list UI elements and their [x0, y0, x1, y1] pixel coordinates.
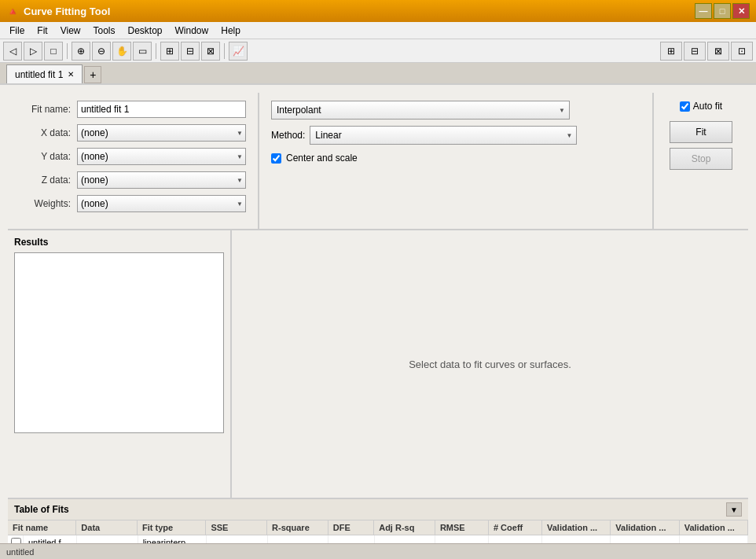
- col-sse: SSE: [206, 520, 267, 535]
- minimize-button[interactable]: —: [695, 3, 712, 19]
- autofit-label[interactable]: Auto fit: [693, 101, 722, 112]
- toolbar-sep2: [156, 43, 156, 59]
- results-box: [14, 252, 224, 433]
- fit-button[interactable]: Fit: [670, 121, 732, 143]
- table-collapse-button[interactable]: ▼: [726, 502, 742, 517]
- toolbar-zoom-minus-btn[interactable]: ⊖: [92, 42, 111, 61]
- toolbar-sep3: [224, 43, 225, 59]
- toolbar-zoom-plus-btn[interactable]: ⊕: [72, 42, 90, 61]
- autofit-checkbox[interactable]: [680, 101, 690, 112]
- plot-area: Select data to fit curves or surfaces.: [232, 230, 748, 498]
- col-data: Data: [76, 520, 138, 535]
- toolbar-fwd-btn[interactable]: ▷: [24, 42, 42, 61]
- col-dfe: DFE: [328, 520, 374, 535]
- title-bar-title: Curve Fitting Tool: [24, 6, 110, 17]
- menu-tools[interactable]: Tools: [86, 24, 121, 38]
- toolbar-grid1-btn[interactable]: ⊞: [160, 42, 179, 61]
- autofit-row: Auto fit: [680, 101, 722, 112]
- y-data-select[interactable]: (none): [77, 148, 246, 165]
- right-config: Auto fit Fit Stop: [654, 93, 748, 229]
- top-panel: Fit name: X data: (none) Y data: (none): [8, 93, 748, 230]
- x-data-row: X data: (none): [20, 124, 246, 142]
- x-data-select[interactable]: (none): [77, 124, 246, 142]
- center-scale-row: Center and scale: [271, 153, 640, 164]
- menu-window[interactable]: Window: [169, 24, 215, 38]
- middle-config: Interpolant Polynomial Smoothing Spline …: [259, 93, 654, 229]
- maximize-button[interactable]: □: [714, 3, 731, 19]
- toolbar-layout4-btn[interactable]: ⊡: [731, 42, 753, 61]
- menu-bar: File Fit View Tools Desktop Window Help: [0, 22, 756, 39]
- z-data-select[interactable]: (none): [77, 171, 246, 189]
- toolbar-new-btn[interactable]: □: [44, 42, 63, 61]
- weights-select-wrapper: (none): [77, 195, 246, 212]
- col-val3: Validation ...: [680, 520, 748, 535]
- title-bar: 🔺 Curve Fitting Tool — □ ✕: [0, 0, 756, 22]
- y-data-select-wrapper: (none): [77, 148, 246, 165]
- menu-desktop[interactable]: Desktop: [122, 24, 169, 38]
- menu-fit[interactable]: Fit: [31, 24, 53, 38]
- col-fit-name[interactable]: Fit name: [8, 520, 76, 535]
- tab-untitled-fit-1[interactable]: untitled fit 1 ✕: [6, 64, 83, 83]
- interpolant-type-select[interactable]: Interpolant Polynomial Smoothing Spline …: [271, 101, 570, 120]
- col-val2: Validation ...: [611, 520, 679, 535]
- method-select-wrapper: Linear Nearest neighbor Natural Cubic Bi…: [310, 126, 577, 145]
- toolbar-sep1: [67, 43, 68, 59]
- table-header: Table of Fits ▼: [8, 499, 748, 520]
- method-select[interactable]: Linear Nearest neighbor Natural Cubic Bi…: [310, 126, 577, 145]
- status-bar: untitled: [0, 543, 756, 559]
- col-adj-rsq: Adj R-sq: [374, 520, 435, 535]
- toolbar-plot-btn[interactable]: 📈: [229, 42, 248, 61]
- table-title: Table of Fits: [14, 504, 69, 515]
- bottom-section: Results Select data to fit curves or sur…: [8, 230, 748, 498]
- toolbar-layout2-btn[interactable]: ⊟: [684, 42, 706, 61]
- menu-view[interactable]: View: [54, 24, 87, 38]
- toolbar-select-btn[interactable]: ▭: [133, 42, 152, 61]
- center-scale-label[interactable]: Center and scale: [286, 153, 358, 164]
- title-bar-icon: 🔺: [6, 5, 19, 17]
- toolbar-grid2-btn[interactable]: ⊟: [181, 42, 200, 61]
- col-coeff: # Coeff: [489, 520, 542, 535]
- status-text: untitled: [6, 547, 34, 557]
- z-data-row: Z data: (none): [20, 171, 246, 189]
- z-data-label: Z data:: [20, 175, 71, 186]
- toolbar-grid3-btn[interactable]: ⊠: [201, 42, 220, 61]
- fit-name-label: Fit name:: [20, 104, 71, 115]
- main-area: Fit name: X data: (none) Y data: (none): [0, 85, 756, 559]
- y-data-row: Y data: (none): [20, 148, 246, 165]
- tab-label: untitled fit 1: [15, 69, 63, 80]
- fit-name-row: Fit name:: [20, 101, 246, 118]
- results-panel: Results: [8, 230, 232, 498]
- title-bar-controls: — □ ✕: [695, 3, 750, 19]
- center-scale-checkbox[interactable]: [271, 153, 281, 164]
- results-title: Results: [14, 237, 224, 248]
- menu-file[interactable]: File: [3, 24, 31, 38]
- interpolant-type-wrapper: Interpolant Polynomial Smoothing Spline …: [271, 101, 570, 120]
- tab-close-icon[interactable]: ✕: [68, 70, 74, 79]
- toolbar-layout1-btn[interactable]: ⊞: [660, 42, 682, 61]
- weights-label: Weights:: [20, 198, 71, 209]
- col-rmse: RMSE: [435, 520, 489, 535]
- stop-button[interactable]: Stop: [670, 148, 732, 170]
- x-data-select-wrapper: (none): [77, 124, 246, 142]
- toolbar-back-btn[interactable]: ◁: [3, 42, 22, 61]
- col-val1: Validation ...: [542, 520, 611, 535]
- plot-placeholder-text: Select data to fit curves or surfaces.: [409, 359, 571, 370]
- toolbar: ◁ ▷ □ ⊕ ⊖ ✋ ▭ ⊞ ⊟ ⊠ 📈 ⊞ ⊟ ⊠ ⊡: [0, 39, 756, 63]
- method-label: Method:: [271, 130, 305, 141]
- toolbar-right: ⊞ ⊟ ⊠ ⊡: [660, 42, 753, 61]
- toolbar-pan-btn[interactable]: ✋: [112, 42, 131, 61]
- close-button[interactable]: ✕: [732, 3, 750, 19]
- tabs-bar: untitled fit 1 ✕ +: [0, 63, 756, 85]
- tab-add-button[interactable]: +: [84, 66, 101, 83]
- col-fit-type: Fit type: [138, 520, 206, 535]
- weights-row: Weights: (none): [20, 195, 246, 212]
- col-rsquare: R-square: [267, 520, 328, 535]
- weights-select[interactable]: (none): [77, 195, 246, 212]
- x-data-label: X data:: [20, 127, 71, 138]
- left-config: Fit name: X data: (none) Y data: (none): [8, 93, 259, 229]
- table-columns: Fit name Data Fit type SSE R-square DFE …: [8, 520, 748, 535]
- menu-help[interactable]: Help: [215, 24, 247, 38]
- toolbar-layout3-btn[interactable]: ⊠: [707, 42, 729, 61]
- fit-name-input[interactable]: [77, 101, 246, 118]
- method-row: Method: Linear Nearest neighbor Natural …: [271, 126, 640, 145]
